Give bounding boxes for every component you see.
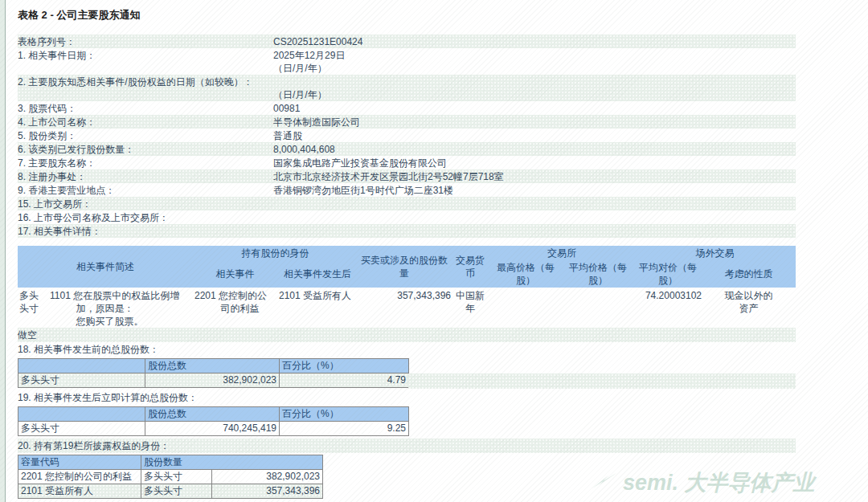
stock-code-value: 00981 [273, 102, 796, 115]
field-row-registered-office: 8. 注册办事处： 北京市北京经济技术开发区景园北街2号52幢7层718室 [18, 169, 796, 183]
field-label: 3. 股票代码： [18, 102, 273, 115]
position-label: 多头头寸 [18, 288, 48, 328]
field-label: 4. 上市公司名称： [18, 116, 273, 129]
col-header-capacity-after: 相关事件发生后 [277, 260, 358, 288]
company-name-value: 半导体制造国际公司 [273, 116, 796, 129]
avg-price-cell [562, 288, 634, 328]
capacity-after-cell: 2101 受益所有人 [277, 288, 358, 328]
section-20-title: 20. 持有第19栏所披露权益的身份： [18, 439, 796, 453]
col-header-avg-price: 平均价格（每股） [562, 260, 634, 288]
serial-number-value: CS20251231E00424 [273, 35, 796, 48]
field-label: 5. 股份类别： [18, 129, 273, 142]
field-label: 9. 香港主要营业地点： [18, 184, 273, 197]
col-header-avg-consideration: 平均对价（每股） [634, 260, 702, 288]
capacity-event-cell: 2201 您控制的公司的利益 [193, 288, 277, 328]
section-18-title: 18. 相关事件发生前的总股份数： [18, 342, 796, 357]
col-header-shares-count: 股份数量 [141, 455, 323, 470]
col-header-total-shares: 股份总数 [145, 407, 280, 422]
col-header-highest-price: 最高价格（每股） [489, 260, 562, 288]
page-left-edge [0, 0, 6, 502]
event-details-table: 相关事件简述 持有股份的身份 买卖或涉及的股份数量 交易货币 交易所 场外交易 … [18, 246, 796, 328]
col-header-nature: 考虑的性质 [702, 260, 796, 288]
col-header-capacity-group: 持有股份的身份 [193, 246, 358, 260]
percent-before: 4.79 [280, 373, 409, 388]
position-cell: 多头头寸 [141, 484, 212, 499]
field-label: 16. 上市母公司名称及上市交易所： [18, 211, 273, 224]
field-row-issued-shares: 6. 该类别已发行股份数量： 8,000,404,608 [18, 142, 796, 156]
total-shares-after: 740,245,419 [145, 422, 280, 436]
section-19-title: 19. 相关事件发生后立即计算的总股份数： [18, 390, 796, 405]
field-row-serial: 表格序列号： CS20251231E00424 [18, 35, 796, 48]
col-header-percent: 百分比（%） [280, 407, 409, 422]
field-label: 1. 相关事件日期： [18, 49, 273, 75]
field-row-aware-date: 2. 主要股东知悉相关事件/股份权益的日期（如较晚）： （日/月/年） [18, 75, 796, 101]
section-18-row-band [408, 373, 796, 389]
section-19-block: 股份总数 百分比（%） 多头头寸 740,245,419 9.25 [18, 406, 796, 436]
position-cell: 多头头寸 [141, 470, 212, 484]
shareholder-name-value: 国家集成电路产业投资基金股份有限公司 [273, 157, 796, 169]
section-20-block: 容量代码 股份数量 2201 您控制的公司的利益 多头头寸 382,902,02… [18, 455, 796, 499]
shares-cell: 357,343,396 [212, 484, 323, 499]
col-header-on-exchange: 交易所 [489, 246, 634, 260]
col-header-total-shares: 股份总数 [145, 359, 280, 373]
field-label: 17. 相关事件详情： [18, 225, 273, 238]
col-header-event-desc: 相关事件简述 [18, 246, 193, 288]
field-label: 8. 注册办事处： [18, 170, 273, 183]
avg-consideration-cell: 74.20003102 [634, 288, 702, 328]
field-label: 2. 主要股东知悉相关事件/股份权益的日期（如较晚）： [18, 76, 273, 101]
col-header-capacity-event: 相关事件 [193, 260, 277, 288]
field-label: 15. 上市交易所： [18, 198, 273, 210]
field-row-stock-code: 3. 股票代码： 00981 [18, 101, 796, 115]
section-20-table: 容量代码 股份数量 2201 您控制的公司的利益 多头头寸 382,902,02… [18, 455, 323, 499]
field-row-listed-exchange: 15. 上市交易所： [18, 197, 796, 210]
short-position-row: 做空 [18, 328, 796, 342]
col-header-percent: 百分比（%） [280, 359, 409, 373]
field-row-hk-place: 9. 香港主要营业地点： 香港铜锣湾勿地臣街1号时代广场二座31楼 [18, 183, 796, 197]
col-header-shares-number: 买卖或涉及的股份数量 [358, 246, 451, 288]
field-row-shareholder-name: 7. 主要股东名称： 国家集成电路产业投资基金股份有限公司 [18, 156, 796, 169]
nature-cell: 现金以外的资产 [702, 288, 796, 328]
field-row-share-class: 5. 股份类别： 普通股 [18, 129, 796, 142]
form-title: 表格 2 - 公司主要股东通知 [18, 8, 796, 22]
field-row-parent-company: 16. 上市母公司名称及上市交易所： [18, 210, 796, 224]
field-row-event-date: 1. 相关事件日期： 2025年12月29日 （日/月/年） [18, 48, 796, 75]
row-label: 多头头寸 [18, 422, 145, 436]
share-class-value: 普通股 [273, 129, 796, 142]
field-label: 表格序列号： [18, 35, 273, 48]
col-header-off-exchange: 场外交易 [634, 246, 796, 260]
section-19-table: 股份总数 百分比（%） 多头头寸 740,245,419 9.25 [18, 406, 409, 436]
field-label: 7. 主要股东名称： [18, 157, 273, 169]
row-label: 多头头寸 [18, 373, 145, 388]
field-row-company-name: 4. 上市公司名称： 半导体制造国际公司 [18, 115, 796, 129]
field-row-event-details: 17. 相关事件详情： [18, 224, 796, 238]
section-18-table: 股份总数 百分比（%） 多头头寸 382,902,023 4.79 [18, 358, 409, 388]
capacity-code-cell: 2201 您控制的公司的利益 [18, 470, 141, 484]
aware-date-value: （日/月/年） [273, 76, 796, 101]
shares-number-cell: 357,343,396 [358, 288, 451, 328]
highest-price-cell [489, 288, 562, 328]
issued-shares-value: 8,000,404,608 [273, 143, 796, 156]
total-shares-before: 382,902,023 [145, 373, 280, 388]
col-header-currency: 交易货币 [451, 246, 489, 288]
shares-cell: 382,902,023 [212, 470, 323, 484]
hk-place-value: 香港铜锣湾勿地臣街1号时代广场二座31楼 [273, 184, 796, 197]
event-date-value: 2025年12月29日 （日/月/年） [273, 49, 796, 75]
capacity-code-cell: 2101 受益所有人 [18, 484, 141, 499]
section-18-block: 股份总数 百分比（%） 多头头寸 382,902,023 4.79 [18, 358, 796, 388]
percent-after: 9.25 [280, 422, 409, 436]
col-header-capacity-code: 容量代码 [18, 455, 141, 470]
field-label: 6. 该类别已发行股份数量： [18, 143, 273, 156]
registered-office-value: 北京市北京经济技术开发区景园北街2号52幢7层718室 [273, 170, 796, 183]
currency-cell: 中国新年 [451, 288, 489, 328]
form-content: 表格 2 - 公司主要股东通知 表格序列号： CS20251231E00424 … [18, 6, 796, 502]
event-desc-cell: 1101 您在股票中的权益比例增加，原因是： 您购买了股票。 [48, 288, 193, 328]
